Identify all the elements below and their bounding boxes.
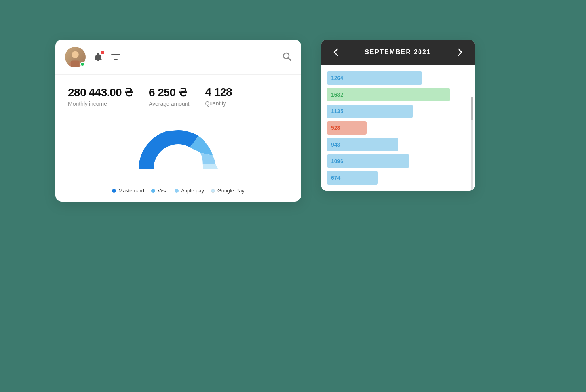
stat-average-amount: 6 250 ₴ Average amount bbox=[149, 86, 189, 107]
legend-dot-visa bbox=[151, 189, 155, 193]
bar-row: 943 bbox=[327, 138, 469, 151]
header-icons bbox=[93, 52, 120, 62]
legend-label-mastercard: Mastercard bbox=[118, 188, 144, 194]
bar-chart-container: 1264163211355289431096674 bbox=[321, 65, 475, 191]
legend-label-googlepay: Google Pay bbox=[217, 188, 244, 194]
chevron-left-icon bbox=[333, 48, 338, 56]
notification-dot bbox=[101, 51, 104, 54]
prev-month-button[interactable] bbox=[330, 47, 341, 58]
legend-dot-applepay bbox=[175, 189, 179, 193]
bar-fill: 1135 bbox=[327, 105, 413, 118]
filter-icon bbox=[111, 53, 120, 61]
bar-row: 1096 bbox=[327, 154, 469, 168]
donut-googlepay bbox=[203, 164, 218, 169]
stat-quantity: 4 128 Quantity bbox=[205, 86, 232, 107]
legend-applepay: Apple pay bbox=[175, 188, 204, 194]
legend-dot-mastercard bbox=[112, 189, 116, 193]
bar-row: 1135 bbox=[327, 105, 469, 118]
bar-row: 1632 bbox=[327, 88, 469, 101]
bar-row: 528 bbox=[327, 121, 469, 135]
stats-section: 280 443.00 ₴ Monthly income 6 250 ₴ Aver… bbox=[55, 75, 301, 113]
legend-visa: Visa bbox=[151, 188, 167, 194]
next-month-button[interactable] bbox=[455, 47, 466, 58]
legend-mastercard: Mastercard bbox=[112, 188, 144, 194]
bar-list: 1264163211355289431096674 bbox=[321, 65, 475, 191]
monthly-income-value: 280 443.00 ₴ bbox=[68, 86, 133, 99]
quantity-value: 4 128 bbox=[205, 86, 232, 99]
donut-chart-section bbox=[55, 113, 301, 184]
notification-button[interactable] bbox=[93, 52, 103, 62]
legend-label-applepay: Apple pay bbox=[181, 188, 204, 194]
search-icon bbox=[282, 51, 291, 61]
avatar bbox=[65, 47, 86, 67]
svg-line-7 bbox=[289, 58, 291, 61]
legend-googlepay: Google Pay bbox=[211, 188, 244, 194]
online-indicator bbox=[80, 62, 85, 67]
bar-fill: 674 bbox=[327, 171, 378, 185]
bar-row: 1264 bbox=[327, 71, 469, 85]
search-button[interactable] bbox=[282, 51, 291, 63]
right-card: SEPTEMBER 2021 1264163211355289431096674 bbox=[321, 40, 475, 191]
stat-monthly-income: 280 443.00 ₴ Monthly income bbox=[68, 86, 133, 107]
bar-fill: 943 bbox=[327, 138, 398, 151]
donut-applepay bbox=[200, 153, 216, 164]
average-amount-label: Average amount bbox=[149, 101, 189, 107]
bar-row: 674 bbox=[327, 171, 469, 185]
bar-fill: 1264 bbox=[327, 71, 422, 85]
bar-fill: 1632 bbox=[327, 88, 450, 101]
donut-cover bbox=[127, 169, 230, 176]
bar-fill: 528 bbox=[327, 121, 367, 135]
legend-label-visa: Visa bbox=[158, 188, 167, 194]
quantity-label: Quantity bbox=[205, 100, 232, 107]
scrollbar-thumb[interactable] bbox=[471, 97, 473, 120]
chevron-right-icon bbox=[458, 48, 462, 56]
monthly-income-label: Monthly income bbox=[68, 101, 133, 107]
left-card: 280 443.00 ₴ Monthly income 6 250 ₴ Aver… bbox=[55, 40, 301, 202]
bar-fill: 1096 bbox=[327, 154, 409, 168]
average-amount-value: 6 250 ₴ bbox=[149, 86, 189, 99]
calendar-title: SEPTEMBER 2021 bbox=[365, 49, 431, 56]
chart-legend: Mastercard Visa Apple pay Google Pay bbox=[55, 184, 301, 202]
legend-dot-googlepay bbox=[211, 189, 215, 193]
scrollbar-track bbox=[471, 97, 473, 191]
filter-button[interactable] bbox=[111, 53, 120, 61]
donut-chart bbox=[127, 117, 230, 176]
svg-rect-2 bbox=[71, 60, 79, 67]
card-header bbox=[55, 40, 301, 75]
svg-point-0 bbox=[72, 51, 79, 59]
calendar-header: SEPTEMBER 2021 bbox=[321, 40, 475, 65]
